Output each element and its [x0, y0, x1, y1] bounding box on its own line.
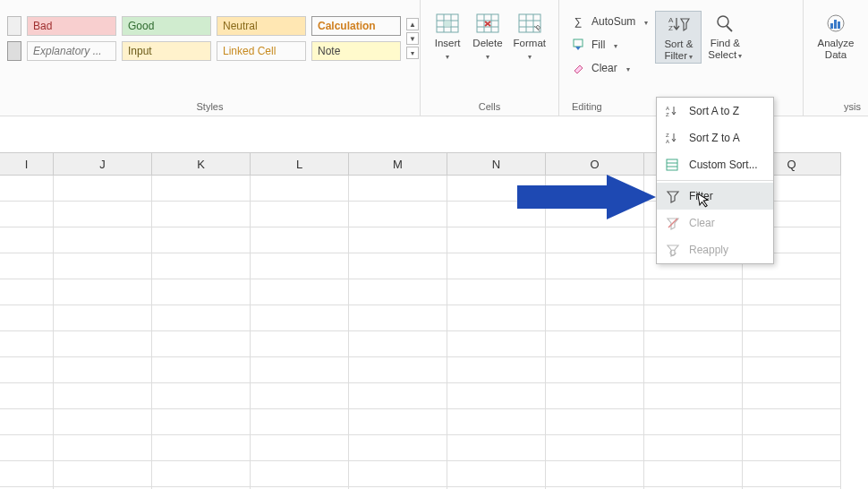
cell[interactable]: [54, 461, 152, 487]
cell[interactable]: [546, 435, 644, 461]
cell[interactable]: [546, 279, 644, 305]
style-gallery-scroll[interactable]: ▲ ▼ ▾: [406, 16, 419, 59]
style-good[interactable]: Good: [122, 16, 211, 36]
cell[interactable]: [349, 461, 447, 487]
cell[interactable]: [349, 253, 447, 279]
chevron-up-icon[interactable]: ▲: [406, 18, 419, 30]
cell[interactable]: [447, 279, 546, 305]
cell[interactable]: [644, 331, 743, 357]
cell[interactable]: [546, 357, 644, 383]
cell[interactable]: [0, 435, 54, 461]
cell[interactable]: [152, 279, 251, 305]
cell[interactable]: [546, 383, 644, 409]
style-linked-cell[interactable]: Linked Cell: [217, 41, 306, 61]
cell[interactable]: [54, 383, 152, 409]
menu-sort-z-to-a[interactable]: ZA Sort Z to A: [657, 124, 773, 151]
fill-button[interactable]: Fill: [566, 34, 651, 56]
style-swatch-dark[interactable]: [7, 41, 21, 61]
cell[interactable]: [644, 461, 743, 487]
col-header[interactable]: O: [546, 152, 644, 176]
cell[interactable]: [447, 435, 546, 461]
cell[interactable]: [743, 279, 841, 305]
cell[interactable]: [349, 357, 447, 383]
cell[interactable]: [152, 331, 251, 357]
cell[interactable]: [54, 409, 152, 435]
cell[interactable]: [349, 176, 447, 202]
cell[interactable]: [743, 305, 841, 331]
cell[interactable]: [447, 357, 546, 383]
cell[interactable]: [152, 176, 251, 202]
cell[interactable]: [349, 383, 447, 409]
cell[interactable]: [743, 357, 841, 383]
cell[interactable]: [251, 357, 349, 383]
cell[interactable]: [251, 279, 349, 305]
cell[interactable]: [0, 227, 54, 253]
cell[interactable]: [152, 435, 251, 461]
clear-button[interactable]: Clear: [566, 57, 651, 79]
cell[interactable]: [251, 176, 349, 202]
cell[interactable]: [0, 461, 54, 487]
cell[interactable]: [447, 383, 546, 409]
cell[interactable]: [54, 253, 152, 279]
col-header[interactable]: K: [152, 152, 251, 176]
cell[interactable]: [644, 383, 743, 409]
cell[interactable]: [251, 409, 349, 435]
cell[interactable]: [546, 331, 644, 357]
col-header[interactable]: M: [349, 152, 447, 176]
delete-button[interactable]: Delete: [467, 11, 507, 63]
cell[interactable]: [0, 357, 54, 383]
cell[interactable]: [54, 227, 152, 253]
cell[interactable]: [0, 305, 54, 331]
cell[interactable]: [546, 305, 644, 331]
cell[interactable]: [546, 461, 644, 487]
cell[interactable]: [0, 253, 54, 279]
cell[interactable]: [152, 227, 251, 253]
analyze-data-button[interactable]: Analyze Data: [811, 11, 861, 61]
cell[interactable]: [0, 331, 54, 357]
cell[interactable]: [743, 383, 841, 409]
menu-filter[interactable]: Filter: [657, 183, 773, 210]
cell[interactable]: [152, 305, 251, 331]
cell[interactable]: [743, 461, 841, 487]
cell[interactable]: [152, 461, 251, 487]
cell[interactable]: [251, 383, 349, 409]
cell[interactable]: [152, 383, 251, 409]
style-calculation[interactable]: Calculation: [311, 16, 401, 36]
cell[interactable]: [54, 435, 152, 461]
cell[interactable]: [546, 253, 644, 279]
cell[interactable]: [54, 202, 152, 227]
menu-sort-a-to-z[interactable]: AZ Sort A to Z: [657, 98, 773, 124]
cell[interactable]: [0, 279, 54, 305]
cell[interactable]: [0, 176, 54, 202]
cell[interactable]: [447, 227, 546, 253]
cell[interactable]: [447, 461, 546, 487]
cell[interactable]: [0, 409, 54, 435]
cell[interactable]: [349, 435, 447, 461]
style-gallery-expand[interactable]: ▾: [406, 47, 419, 59]
cell[interactable]: [349, 227, 447, 253]
cell[interactable]: [743, 331, 841, 357]
format-button[interactable]: Format: [508, 11, 551, 63]
cell[interactable]: [152, 409, 251, 435]
style-neutral[interactable]: Neutral: [217, 16, 306, 36]
cell[interactable]: [644, 409, 743, 435]
cell[interactable]: [349, 202, 447, 227]
cell[interactable]: [644, 279, 743, 305]
style-note[interactable]: Note: [311, 41, 401, 61]
col-header[interactable]: L: [251, 152, 349, 176]
style-input[interactable]: Input: [122, 41, 211, 61]
cell[interactable]: [251, 227, 349, 253]
cell[interactable]: [251, 253, 349, 279]
cell[interactable]: [54, 331, 152, 357]
cell[interactable]: [251, 461, 349, 487]
cell[interactable]: [152, 357, 251, 383]
cell[interactable]: [644, 305, 743, 331]
style-bad[interactable]: Bad: [27, 16, 116, 36]
cell[interactable]: [447, 305, 546, 331]
cell[interactable]: [349, 331, 447, 357]
autosum-button[interactable]: ∑ AutoSum: [566, 11, 651, 32]
cell[interactable]: [251, 305, 349, 331]
insert-button[interactable]: Insert: [428, 11, 467, 63]
cell[interactable]: [54, 357, 152, 383]
cell[interactable]: [0, 202, 54, 227]
